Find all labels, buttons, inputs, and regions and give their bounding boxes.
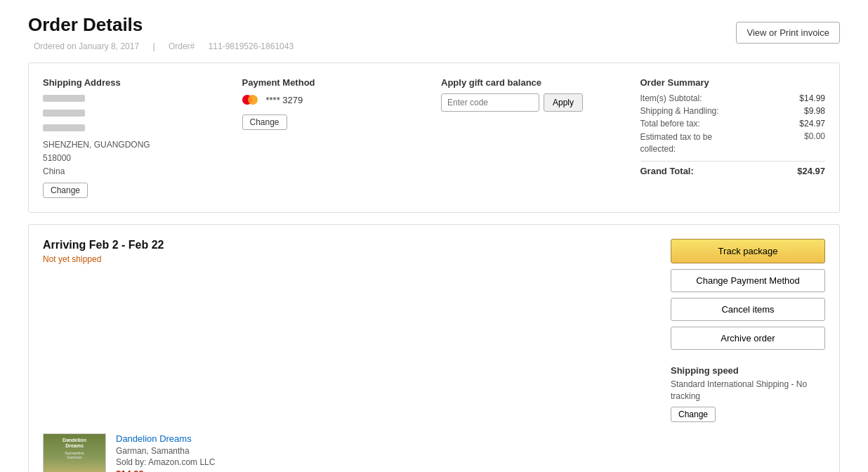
shipping-label: Shipping & Handling: xyxy=(640,106,719,116)
not-shipped-label: Not yet shipped xyxy=(43,254,164,264)
estimated-tax-value: $0.00 xyxy=(804,131,825,155)
product-price: $14.99 xyxy=(116,468,825,472)
page-header: Order Details Ordered on January 8, 2017… xyxy=(28,14,840,51)
shipping-address-section: Shipping Address SHENZHEN, GUANGDONG 518… xyxy=(43,77,228,198)
change-payment-button[interactable]: Change Payment Method xyxy=(671,269,825,292)
grand-total-label: Grand Total: xyxy=(640,166,694,176)
order-date: Ordered on January 8, 2017 xyxy=(34,41,139,51)
address-line-3-blurred xyxy=(43,124,85,131)
product-author: Garman, Samantha xyxy=(116,446,825,456)
mc-right-circle xyxy=(248,95,258,105)
payment-method-section: Payment Method **** 3279 Change xyxy=(242,77,428,198)
postal-code: 518000 xyxy=(43,152,228,165)
page-title-section: Order Details Ordered on January 8, 2017… xyxy=(28,14,299,51)
order-summary-section: Order Summary Item(s) Subtotal: $14.99 S… xyxy=(640,77,826,198)
before-tax-row: Total before tax: $24.97 xyxy=(640,119,826,129)
grand-total-row: Grand Total: $24.97 xyxy=(640,161,826,176)
print-invoice-button[interactable]: View or Print invoice xyxy=(736,22,840,44)
subtotal-row: Item(s) Subtotal: $14.99 xyxy=(640,93,826,103)
separator: | xyxy=(152,41,154,51)
payment-change-button[interactable]: Change xyxy=(242,114,287,130)
gift-input-row: Apply xyxy=(441,93,626,112)
estimated-tax-label: Estimated tax to be collected: xyxy=(640,131,732,155)
address-blurred-3 xyxy=(43,123,228,138)
shipping-speed-title: Shipping speed xyxy=(671,365,825,376)
address-blurred-1 xyxy=(43,93,228,108)
apply-gift-button[interactable]: Apply xyxy=(544,93,583,112)
info-grid: Shipping Address SHENZHEN, GUANGDONG 518… xyxy=(43,77,825,198)
gift-code-input[interactable] xyxy=(441,93,539,112)
product-image: DandelionDreams SamanthaGarman xyxy=(43,433,106,472)
archive-order-button[interactable]: Archive order xyxy=(671,327,825,350)
shipment-title-group: Arriving Feb 2 - Feb 22 Not yet shipped xyxy=(43,239,164,264)
subtotal-label: Item(s) Subtotal: xyxy=(640,93,702,103)
gift-card-title: Apply gift card balance xyxy=(441,77,626,88)
card-last4: **** 3279 xyxy=(266,95,303,105)
shipment-card: Arriving Feb 2 - Feb 22 Not yet shipped … xyxy=(28,224,840,472)
address-line-2-blurred xyxy=(43,110,85,117)
mastercard-icon xyxy=(242,93,262,106)
shipping-row: Shipping & Handling: $9.98 xyxy=(640,106,826,116)
payment-method-row: **** 3279 xyxy=(242,93,428,106)
book-cover-author: SamanthaGarman xyxy=(65,451,84,459)
cancel-items-button[interactable]: Cancel items xyxy=(671,298,825,321)
book-cover: DandelionDreams SamanthaGarman xyxy=(44,433,105,472)
grand-total-value: $24.97 xyxy=(797,166,825,176)
order-summary-title: Order Summary xyxy=(640,77,826,88)
before-tax-value: $24.97 xyxy=(799,119,825,129)
subtotal-value: $14.99 xyxy=(799,93,825,103)
product-details: Dandelion Dreams Garman, Samantha Sold b… xyxy=(116,433,825,472)
order-number-label: Order# xyxy=(169,41,195,51)
shipping-speed-text: Standard International Shipping - No tra… xyxy=(671,379,825,402)
action-buttons: Track package Change Payment Method Canc… xyxy=(671,239,825,422)
shipping-change-button[interactable]: Change xyxy=(43,183,88,198)
shipping-value: $9.98 xyxy=(804,106,825,116)
country: China xyxy=(43,165,228,178)
order-number: 111-9819526-1861043 xyxy=(209,41,294,51)
before-tax-label: Total before tax: xyxy=(640,119,700,129)
gift-card-section: Apply gift card balance Apply xyxy=(441,77,626,198)
payment-method-title: Payment Method xyxy=(242,77,428,88)
book-cover-title: DandelionDreams xyxy=(63,438,86,450)
product-name-link[interactable]: Dandelion Dreams xyxy=(116,433,825,444)
product-seller: Sold by: Amazon.com LLC xyxy=(116,457,825,467)
address-line-1-blurred xyxy=(43,95,85,102)
order-meta: Ordered on January 8, 2017 | Order# 111-… xyxy=(28,41,299,51)
shipping-speed-section: Shipping speed Standard International Sh… xyxy=(671,365,825,422)
arrival-title: Arriving Feb 2 - Feb 22 xyxy=(43,239,164,251)
shipping-address-title: Shipping Address xyxy=(43,77,228,88)
city-state: SHENZHEN, GUANGDONG xyxy=(43,138,228,152)
shipment-header: Arriving Feb 2 - Feb 22 Not yet shipped … xyxy=(43,239,825,422)
order-info-card: Shipping Address SHENZHEN, GUANGDONG 518… xyxy=(28,63,840,213)
product-section: DandelionDreams SamanthaGarman Dandelion… xyxy=(43,433,825,472)
book-bird-icon xyxy=(60,464,88,473)
address-blurred-2 xyxy=(43,108,228,123)
estimated-tax-row: Estimated tax to be collected: $0.00 xyxy=(640,131,826,155)
shipping-speed-change-button[interactable]: Change xyxy=(671,407,716,422)
page-title: Order Details xyxy=(28,14,299,36)
track-package-button[interactable]: Track package xyxy=(671,239,825,263)
